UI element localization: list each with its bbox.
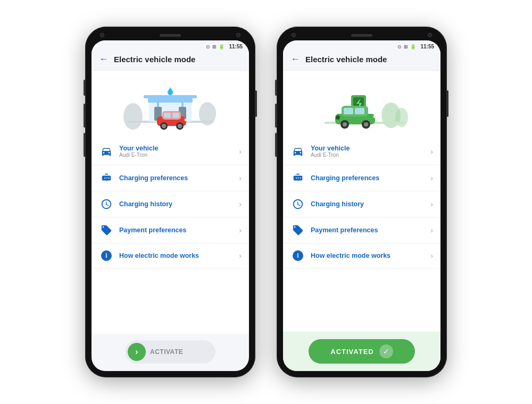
illustration-ev-charging <box>309 79 415 132</box>
svg-rect-36 <box>373 115 376 118</box>
your-vehicle-label-right: Your vehicle <box>311 145 430 152</box>
tag-icon-right <box>290 224 305 236</box>
grid-icon-left: ⊞ <box>212 44 217 49</box>
bottom-area-right: ACTIVATED ✓ <box>283 332 440 371</box>
menu-item-charging-history-right[interactable]: Charging history › <box>283 191 440 217</box>
svg-point-19 <box>178 124 182 128</box>
chevron-charging-history-right: › <box>430 200 433 208</box>
app-header-left: ← Electric vehicle mode <box>92 50 249 71</box>
car-icon-right <box>290 146 305 157</box>
svg-rect-15 <box>172 113 179 118</box>
svg-point-22 <box>395 108 408 127</box>
svg-marker-11 <box>168 87 173 92</box>
your-vehicle-sub-left: Audi E-Tron <box>119 152 239 158</box>
phone-left-screen: ⊙ ⊞ 🔋 11:55 ← Electric vehicle mode <box>92 40 249 371</box>
svg-point-33 <box>343 122 347 127</box>
chevron-payment-prefs-left: › <box>239 226 242 234</box>
info-icon-left: i <box>99 250 114 261</box>
menu-item-your-vehicle-left[interactable]: Your vehicle Audi E-Tron › <box>92 138 249 165</box>
svg-point-37 <box>336 115 340 120</box>
illustration-right <box>283 71 440 138</box>
tag-icon-left <box>99 224 114 236</box>
chevron-how-electric-left: › <box>239 251 242 260</box>
phone-right: ⊙ ⊞ 🔋 11:55 ← Electric vehicle mode <box>277 27 447 377</box>
payment-prefs-label-left: Payment preferences <box>119 226 239 234</box>
charging-prefs-label-left: Charging preferences <box>119 174 239 182</box>
activate-arrow-icon: › <box>128 343 146 361</box>
svg-rect-31 <box>355 108 364 114</box>
menu-list-right: Your vehicle Audi E-Tron › Charging pref… <box>283 138 440 332</box>
chevron-charging-history-left: › <box>239 200 242 208</box>
charging-icon-right <box>290 172 305 184</box>
menu-item-charging-history-left[interactable]: Charging history › <box>92 191 249 217</box>
charging-history-label-right: Charging history <box>311 200 430 208</box>
status-bar-right: ⊙ ⊞ 🔋 11:55 <box>283 40 440 50</box>
location-icon-right: ⊙ <box>397 44 402 49</box>
chevron-payment-prefs-right: › <box>430 226 433 234</box>
your-vehicle-sub-right: Audi E-Tron <box>311 152 430 158</box>
activated-label: ACTIVATED <box>330 348 373 356</box>
chevron-how-electric-right: › <box>430 251 433 260</box>
header-title-left: Electric vehicle mode <box>114 55 195 64</box>
illustration-left <box>92 71 249 138</box>
menu-item-payment-prefs-left[interactable]: Payment preferences › <box>92 217 249 243</box>
menu-item-how-electric-left[interactable]: i How electric mode works › <box>92 243 249 268</box>
chevron-your-vehicle-right: › <box>430 147 433 156</box>
back-button-right[interactable]: ← <box>290 54 300 65</box>
activated-check-icon: ✓ <box>379 344 393 358</box>
svg-rect-4 <box>148 98 193 103</box>
time-right: 11:55 <box>420 44 434 49</box>
menu-list-left: Your vehicle Audi E-Tron › Charging pref… <box>92 138 249 334</box>
clock-icon-left <box>99 198 114 210</box>
location-icon-left: ⊙ <box>206 44 210 49</box>
menu-item-charging-prefs-left[interactable]: Charging preferences › <box>92 165 249 191</box>
battery-icon-right: 🔋 <box>410 44 416 49</box>
activated-button[interactable]: ACTIVATED ✓ <box>309 339 415 364</box>
activate-button[interactable]: › ACTIVATE <box>125 340 215 364</box>
menu-item-how-electric-right[interactable]: i How electric mode works › <box>283 243 440 268</box>
svg-rect-20 <box>185 119 187 121</box>
your-vehicle-label-left: Your vehicle <box>119 145 239 152</box>
charging-prefs-label-right: Charging preferences <box>311 174 430 182</box>
status-bar-left: ⊙ ⊞ 🔋 11:55 <box>92 40 249 50</box>
back-button-left[interactable]: ← <box>99 54 109 65</box>
chevron-your-vehicle-left: › <box>239 147 242 156</box>
time-left: 11:55 <box>229 44 243 49</box>
charging-icon-left <box>99 172 114 184</box>
chevron-charging-prefs-right: › <box>430 174 433 182</box>
illustration-gas-station <box>117 79 223 132</box>
grid-icon-right: ⊞ <box>404 44 408 49</box>
svg-rect-14 <box>164 113 171 118</box>
svg-rect-30 <box>344 108 353 114</box>
car-icon-left <box>99 146 114 157</box>
how-electric-label-left: How electric mode works <box>119 252 239 259</box>
app-header-right: ← Electric vehicle mode <box>283 50 440 71</box>
how-electric-label-right: How electric mode works <box>311 252 430 259</box>
charging-history-label-left: Charging history <box>119 200 239 208</box>
svg-point-0 <box>123 103 143 130</box>
phone-right-screen: ⊙ ⊞ 🔋 11:55 ← Electric vehicle mode <box>283 40 440 371</box>
menu-item-charging-prefs-right[interactable]: Charging preferences › <box>283 165 440 191</box>
battery-icon-left: 🔋 <box>219 44 225 49</box>
bottom-area-left: › ACTIVATE <box>92 334 249 371</box>
header-title-right: Electric vehicle mode <box>305 55 387 64</box>
svg-rect-5 <box>144 95 197 98</box>
menu-item-payment-prefs-right[interactable]: Payment preferences › <box>283 217 440 243</box>
phone-left: ⊙ ⊞ 🔋 11:55 ← Electric vehicle mode <box>85 27 255 377</box>
svg-point-35 <box>364 122 368 127</box>
chevron-charging-prefs-left: › <box>239 174 242 182</box>
info-icon-right: i <box>290 250 305 261</box>
clock-icon-right <box>290 198 305 210</box>
svg-point-17 <box>162 124 166 128</box>
payment-prefs-label-right: Payment preferences <box>311 226 430 234</box>
activate-label: ACTIVATE <box>150 348 183 356</box>
menu-item-your-vehicle-right[interactable]: Your vehicle Audi E-Tron › <box>283 138 440 165</box>
phones-container: ⊙ ⊞ 🔋 11:55 ← Electric vehicle mode <box>85 27 447 377</box>
